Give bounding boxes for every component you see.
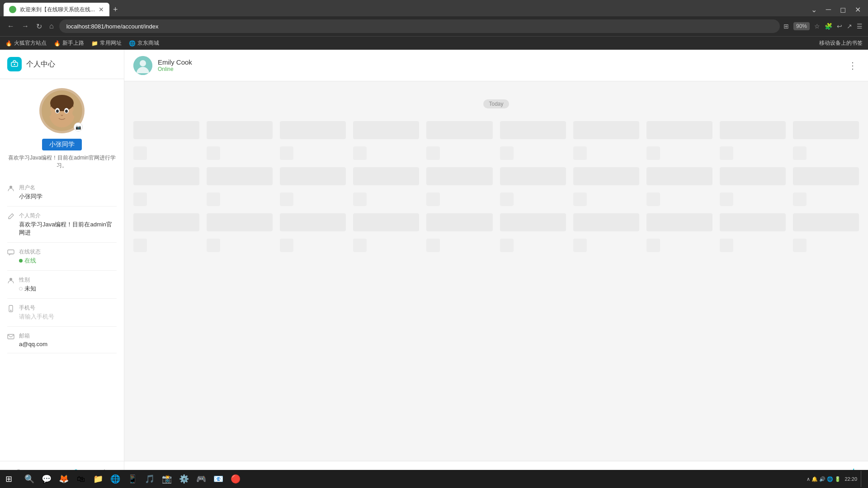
ghost-item (280, 146, 293, 160)
bookmark-jd[interactable]: 🌐 京东商城 (129, 39, 159, 47)
back-button[interactable]: ← (5, 20, 16, 32)
field-username-label: 用户名 (19, 184, 117, 192)
ghost-item (500, 239, 514, 252)
bookmark-huo-icon: 🔥 (5, 40, 12, 47)
taskbar-chrome[interactable]: 🌐 (107, 471, 123, 487)
ghost-item (280, 192, 293, 206)
taskbar-app3[interactable]: 📸 (159, 471, 175, 487)
taskbar-app4[interactable]: ⚙️ (176, 471, 192, 487)
bookmark-common[interactable]: 📁 常用网址 (91, 39, 122, 47)
tab-close-button[interactable]: ✕ (99, 6, 104, 13)
browser-chrome: 欢迎来到【在线聊天系统在线... ✕ + ⌄ ─ ◻ ✕ ← → ↻ ⌂ ⊞ 9… (0, 0, 868, 50)
bookmark-common-icon: 📁 (91, 40, 98, 47)
chat-header-actions: ⋮ (846, 58, 859, 73)
bookmark-mobile[interactable]: 移动设备上的书签 (819, 39, 863, 47)
bookmark-new-icon: 🔥 (54, 40, 61, 47)
profile-fields: 用户名 小张同学 个人简介 喜欢学习Java编程！目前在admin官网进 (0, 178, 124, 461)
taskbar-app5[interactable]: 🎮 (193, 471, 209, 487)
minimize-button[interactable]: ─ (822, 4, 835, 16)
taskbar-cortana[interactable]: 💬 (38, 471, 55, 487)
window-controls: ⌄ ─ ◻ ✕ (807, 4, 864, 16)
maximize-button[interactable]: ◻ (836, 4, 849, 16)
taskbar-tray-icons: ∧ 🔔 🔊 🌐 🔋 (807, 476, 841, 482)
taskbar-show-desktop[interactable] (861, 471, 863, 487)
ghost-item (793, 167, 859, 185)
bookmark-jd-label: 京东商城 (137, 39, 159, 47)
ghost-item (353, 167, 419, 185)
taskbar-store[interactable]: 🛍 (73, 471, 89, 487)
taskbar-explorer[interactable]: 📁 (90, 471, 106, 487)
address-input[interactable] (59, 19, 780, 33)
more-options-button[interactable]: ⋮ (846, 58, 859, 73)
extension-icon[interactable]: 🧩 (825, 23, 832, 30)
bookmark-star-icon[interactable]: ☆ (814, 23, 820, 30)
field-username-value: 小张同学 (19, 192, 117, 201)
zoom-level[interactable]: 90% (793, 22, 810, 30)
ghost-item (720, 146, 733, 160)
change-avatar-button[interactable]: 📷 (74, 122, 83, 131)
svg-point-23 (140, 60, 146, 66)
taskbar-search[interactable]: 🔍 (21, 471, 38, 487)
app-container: 个人中心 (0, 50, 868, 488)
taskbar-firefox[interactable]: 🦊 (56, 471, 72, 487)
ghost-item (353, 192, 367, 206)
contact-name: Emily Cook (158, 58, 846, 66)
ghost-item (353, 213, 419, 231)
grid-icon[interactable]: ⊞ (783, 23, 789, 30)
online-dot (19, 259, 23, 263)
new-tab-button[interactable]: + (109, 3, 122, 16)
contact-avatar (133, 56, 152, 75)
email-icon (7, 333, 14, 342)
field-status-value: 在线 (19, 257, 117, 265)
ghost-item (573, 146, 587, 160)
ghost-grid-6 (133, 235, 859, 256)
reload-button[interactable]: ↻ (34, 20, 44, 33)
active-tab[interactable]: 欢迎来到【在线聊天系统在线... ✕ (4, 3, 109, 16)
ghost-item (133, 146, 147, 160)
tab-title: 欢迎来到【在线聊天系统在线... (20, 6, 95, 14)
ghost-item (573, 239, 587, 252)
field-status-label: 在线状态 (19, 248, 117, 256)
field-phone-label: 手机号 (19, 304, 117, 312)
field-email-value: a@qq.com (19, 341, 117, 347)
taskbar-app1[interactable]: 📱 (124, 471, 141, 487)
ghost-item (646, 213, 712, 231)
ghost-item (500, 167, 566, 185)
field-phone-content: 手机号 请输入手机号 (19, 304, 117, 321)
close-window-button[interactable]: ✕ (851, 4, 864, 16)
forward-button[interactable]: → (20, 20, 31, 32)
menu-icon[interactable]: ☰ (857, 23, 863, 30)
ghost-item (646, 146, 660, 160)
field-email-content: 邮箱 a@qq.com (19, 332, 117, 347)
sidebar-title: 个人中心 (26, 60, 55, 69)
ghost-item (133, 121, 199, 139)
taskbar-app2[interactable]: 🎵 (142, 471, 158, 487)
ghost-item (280, 213, 346, 231)
phone-icon (7, 305, 14, 314)
home-button[interactable]: ⌂ (47, 20, 56, 32)
bookmark-huo[interactable]: 🔥 火狐官方站点 (5, 39, 47, 47)
field-gender-content: 性别 未知 (19, 276, 117, 293)
chat-messages[interactable]: Today (124, 81, 868, 461)
field-gender: 性别 未知 (7, 271, 117, 299)
ghost-item (573, 121, 639, 139)
ghost-item (646, 167, 712, 185)
taskbar-app6[interactable]: 📧 (210, 471, 226, 487)
share-icon[interactable]: ↗ (847, 23, 852, 30)
bookmark-new[interactable]: 🔥 新手上路 (54, 39, 84, 47)
history-back-icon[interactable]: ↩ (837, 23, 842, 30)
svg-point-13 (9, 278, 12, 281)
windows-start-button[interactable]: ⊞ (0, 474, 18, 484)
tab-list-button[interactable]: ⌄ (807, 4, 821, 16)
field-email-label: 邮箱 (19, 332, 117, 340)
field-email: 邮箱 a@qq.com (7, 327, 117, 353)
ghost-item (500, 121, 566, 139)
person-icon (7, 185, 14, 194)
contact-info: Emily Cook Online (158, 58, 846, 72)
ghost-item (646, 121, 712, 139)
taskbar: ⊞ 🔍 💬 🦊 🛍 📁 🌐 📱 🎵 📸 ⚙️ 🎮 📧 🔴 ∧ 🔔 🔊 🌐 🔋 2… (0, 470, 868, 488)
ghost-item (133, 239, 147, 252)
bookmark-common-label: 常用网址 (100, 39, 122, 47)
taskbar-app7[interactable]: 🔴 (227, 471, 244, 487)
chat-bubble-icon (7, 249, 14, 258)
